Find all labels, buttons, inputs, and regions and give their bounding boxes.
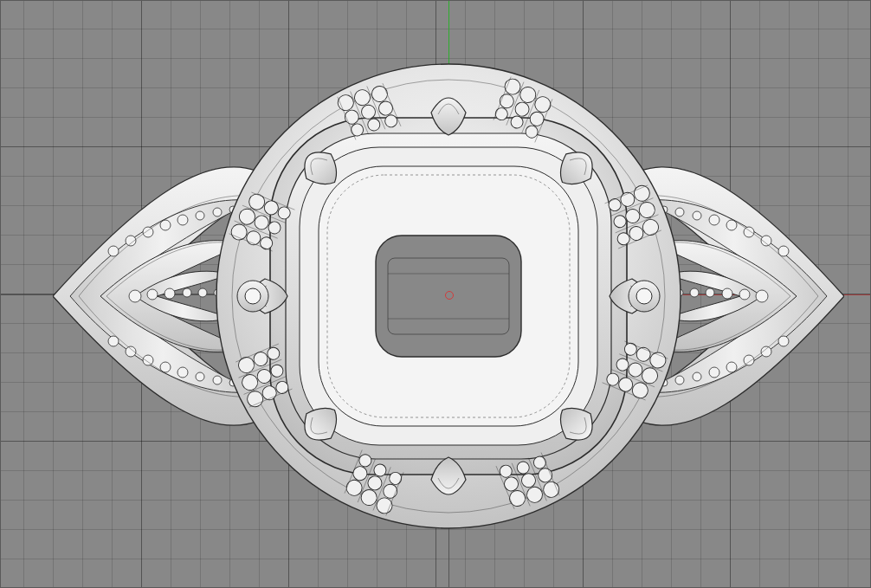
world-origin-icon	[445, 291, 454, 300]
y-axis-positive	[448, 1, 449, 294]
cad-viewport-top[interactable]	[0, 0, 871, 588]
x-axis-negative	[1, 294, 436, 295]
y-axis-negative	[448, 294, 449, 588]
x-axis-positive	[436, 294, 870, 295]
